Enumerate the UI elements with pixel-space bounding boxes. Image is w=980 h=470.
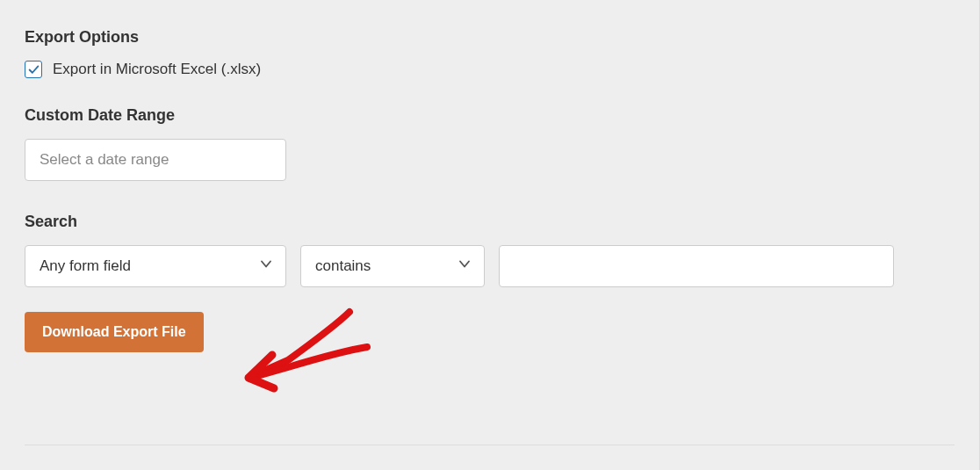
check-icon — [28, 64, 40, 76]
search-field-select[interactable]: Any form field — [25, 245, 286, 287]
export-excel-checkbox-row: Export in Microsoft Excel (.xlsx) — [25, 61, 955, 78]
export-excel-checkbox[interactable] — [25, 61, 42, 78]
search-value-input[interactable] — [499, 245, 894, 287]
download-export-button[interactable]: Download Export File — [25, 312, 204, 352]
search-field-value: Any form field — [40, 257, 131, 275]
export-options-heading: Export Options — [25, 28, 955, 47]
export-panel: Export Options Export in Microsoft Excel… — [0, 0, 980, 470]
export-excel-label: Export in Microsoft Excel (.xlsx) — [53, 61, 261, 78]
chevron-down-icon — [259, 257, 273, 276]
chevron-down-icon — [458, 257, 472, 276]
search-operator-value: contains — [315, 257, 371, 275]
date-range-heading: Custom Date Range — [25, 106, 955, 125]
search-operator-select[interactable]: contains — [300, 245, 485, 287]
date-range-input[interactable] — [25, 139, 286, 181]
divider — [25, 445, 955, 445]
search-row: Any form field contains — [25, 245, 955, 287]
annotation-arrow-icon — [235, 307, 385, 409]
search-heading: Search — [25, 213, 955, 231]
